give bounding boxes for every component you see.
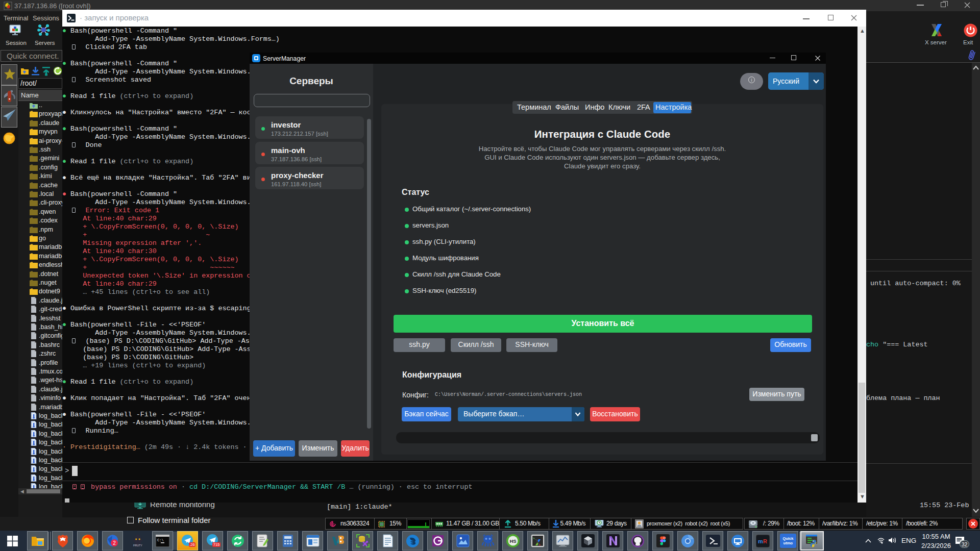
svg-text:utmo: utmo: [783, 541, 793, 545]
svg-text:Quick: Quick: [782, 536, 794, 541]
svg-text:HS: HS: [509, 538, 516, 544]
svg-text:2: 2: [113, 540, 116, 546]
svg-text:715: 715: [213, 542, 219, 547]
svg-text:FRUTY: FRUTY: [133, 544, 142, 547]
svg-text:.26: .26: [189, 542, 194, 547]
svg-text:C:\: C:\: [157, 538, 164, 542]
svg-text:R: R: [763, 538, 767, 544]
svg-text:m: m: [758, 538, 763, 544]
